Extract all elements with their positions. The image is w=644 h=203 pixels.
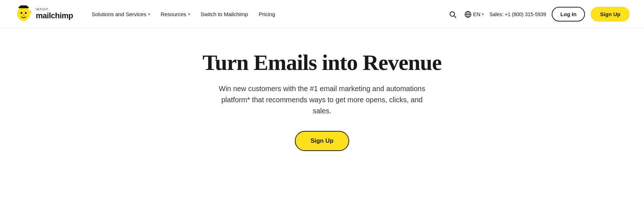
svg-point-1 [21, 12, 23, 14]
signup-hero-button[interactable]: Sign Up [295, 131, 349, 151]
search-icon [449, 10, 457, 18]
svg-rect-6 [20, 5, 27, 8]
svg-point-4 [29, 10, 31, 14]
login-button[interactable]: Log In [552, 7, 585, 22]
chevron-down-icon: ▾ [482, 12, 484, 16]
chevron-down-icon: ▾ [148, 12, 150, 16]
search-button[interactable] [447, 8, 459, 20]
hero-subtitle: Win new customers with the #1 email mark… [215, 83, 429, 117]
sales-phone: Sales: +1 (800) 315-5939 [489, 11, 546, 17]
hero-section: Turn Emails into Revenue Win new custome… [0, 29, 644, 165]
nav-links: Solutions and Services ▾ Resources ▾ Swi… [87, 8, 447, 20]
svg-point-2 [25, 12, 27, 14]
nav-pricing[interactable]: Pricing [254, 8, 279, 20]
language-selector[interactable]: EN ▾ [464, 11, 484, 18]
hero-title: Turn Emails into Revenue [203, 50, 441, 75]
chevron-down-icon: ▾ [188, 12, 190, 16]
navbar: INTUIT mailchimp Solutions and Services … [0, 0, 644, 29]
nav-solutions-services[interactable]: Solutions and Services ▾ [87, 8, 154, 20]
logo[interactable]: INTUIT mailchimp [14, 5, 73, 24]
globe-icon [464, 11, 472, 18]
svg-line-8 [454, 16, 456, 18]
nav-right: EN ▾ Sales: +1 (800) 315-5939 Log In Sig… [447, 7, 630, 22]
svg-point-3 [23, 14, 25, 16]
nav-resources[interactable]: Resources ▾ [156, 8, 194, 20]
svg-point-0 [17, 6, 30, 21]
mailchimp-logo-icon [14, 5, 33, 24]
signup-nav-button[interactable]: Sign Up [591, 7, 630, 22]
nav-switch-to-mailchimp[interactable]: Switch to Mailchimp [196, 8, 253, 20]
